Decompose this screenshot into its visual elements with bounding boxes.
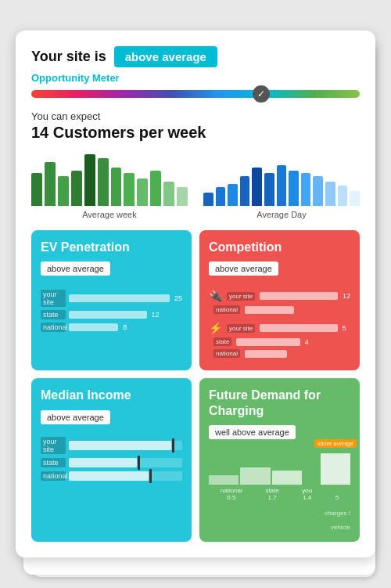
future-labels: national0.5 state1.7 you1.4 5 xyxy=(209,487,350,501)
comp-fill-5 xyxy=(245,350,287,358)
bar xyxy=(277,165,287,207)
bar xyxy=(289,171,299,207)
future-label-you: you1.4 xyxy=(302,487,312,501)
average-week-chart: Average week xyxy=(31,151,188,219)
customers-section: You can expect 14 Customers per week xyxy=(31,110,360,219)
bar xyxy=(137,179,148,206)
card-front: Your site is above average Opportunity M… xyxy=(16,31,375,557)
day-bars xyxy=(203,151,360,206)
comp-value-1: 12 xyxy=(343,292,350,300)
plug-icon-1: 🔌 xyxy=(209,290,222,302)
median-income-card: Median Income above average your site st… xyxy=(31,378,192,541)
comp-bar-row-5: national xyxy=(209,349,350,358)
header-row: Your site is above average xyxy=(31,46,360,67)
future-label-value: 5 xyxy=(335,487,339,501)
income-label-1: your site xyxy=(41,437,66,454)
comp-value-4: 4 xyxy=(305,338,309,346)
comp-label-4: state xyxy=(213,337,231,346)
bar xyxy=(338,186,348,207)
ev-label-2: state xyxy=(41,310,66,319)
bar xyxy=(264,173,274,206)
median-income-title: Median Income xyxy=(41,388,182,402)
income-label-3: national xyxy=(41,471,66,481)
income-marker-2 xyxy=(138,456,140,470)
future-bar-2 xyxy=(240,467,270,485)
ev-value-1: 25 xyxy=(174,294,182,302)
comp-fill-2 xyxy=(245,306,294,314)
income-inner-2 xyxy=(69,458,137,467)
future-label-national: national0.5 xyxy=(221,487,242,501)
bar xyxy=(216,187,226,207)
bar xyxy=(111,168,122,206)
ev-bar-row-1: your site 25 xyxy=(41,290,182,307)
comp-fill-3 xyxy=(260,324,338,332)
bar xyxy=(84,154,95,207)
ev-value-3: 8 xyxy=(123,323,127,331)
comp-fill-1 xyxy=(260,292,338,300)
charges-per-vehicle: charges /vehicle xyxy=(325,510,350,531)
competition-title: Competition xyxy=(209,240,350,254)
ev-bar-row-3: national 8 xyxy=(41,323,182,332)
ev-penetration-card: EV Penetration above average your site 2… xyxy=(31,230,192,370)
bar xyxy=(124,173,135,206)
week-chart-label: Average week xyxy=(31,210,188,219)
ev-value-2: 12 xyxy=(152,311,160,319)
future-demand-card: Future Demand for Charging well above av… xyxy=(199,378,360,541)
bar xyxy=(31,173,42,206)
bar xyxy=(58,176,69,207)
future-demand-title: Future Demand for Charging xyxy=(209,388,350,417)
comp-fill-4 xyxy=(236,338,300,346)
you-can-expect: You can expect xyxy=(31,110,360,122)
ev-fill-2 xyxy=(69,311,147,319)
meter-bar-container xyxy=(31,90,360,98)
metrics-grid: EV Penetration above average your site 2… xyxy=(31,230,360,542)
future-bar-1 xyxy=(209,475,239,485)
future-highlight: above average xyxy=(314,439,357,448)
income-bars: your site state xyxy=(41,437,182,481)
comp-label-2: national xyxy=(213,305,240,314)
competition-badge: above average xyxy=(209,262,278,276)
bar xyxy=(350,191,360,207)
income-marker-3 xyxy=(149,469,152,483)
future-chart: above average xyxy=(209,453,350,485)
bar xyxy=(98,158,109,207)
comp-label-5: national xyxy=(213,349,240,358)
ev-fill-3 xyxy=(69,323,118,331)
opportunity-meter-label: Opportunity Meter xyxy=(31,72,360,84)
income-row-3: national xyxy=(41,471,182,481)
your-site-label: Your site is xyxy=(31,49,106,65)
bar xyxy=(71,171,82,207)
income-outer-1 xyxy=(69,441,182,450)
meter-bar xyxy=(31,90,360,98)
comp-bar-row-2: national xyxy=(209,305,350,314)
comp-bar-row-3: ⚡ your site 5 xyxy=(209,322,350,334)
future-label-state: state1.7 xyxy=(265,487,278,501)
ev-penetration-title: EV Penetration xyxy=(41,240,182,254)
income-marker-1 xyxy=(172,438,174,453)
week-bars xyxy=(31,151,188,206)
meter-indicator xyxy=(253,85,270,103)
bar xyxy=(313,176,323,207)
income-outer-2 xyxy=(69,458,182,467)
bar xyxy=(301,173,311,206)
bar xyxy=(150,171,161,207)
comp-bar-row-1: 🔌 your site 12 xyxy=(209,290,350,302)
income-inner-1 xyxy=(69,441,171,450)
comp-label-3: your site xyxy=(227,324,255,333)
comp-label-1: your site xyxy=(227,292,255,301)
comp-mini-bars: 🔌 your site 12 national ⚡ your site xyxy=(209,290,350,358)
page-wrapper: Your site is above average Opportunity M… xyxy=(16,31,375,557)
income-inner-3 xyxy=(69,471,149,481)
ev-mini-bars: your site 25 state 12 national 8 xyxy=(41,290,182,332)
bar xyxy=(163,182,174,207)
ev-label-3: national xyxy=(41,323,66,332)
bar xyxy=(252,168,262,206)
bar xyxy=(177,187,188,207)
future-bar-4: above average xyxy=(321,453,350,485)
ev-label-1: your site xyxy=(41,290,66,307)
comp-bar-row-4: state 4 xyxy=(209,337,350,346)
day-chart-label: Average Day xyxy=(203,210,360,219)
above-average-badge: above average xyxy=(114,46,217,67)
competition-card: Competition above average 🔌 your site 12… xyxy=(199,230,360,370)
income-label-2: state xyxy=(41,458,66,467)
